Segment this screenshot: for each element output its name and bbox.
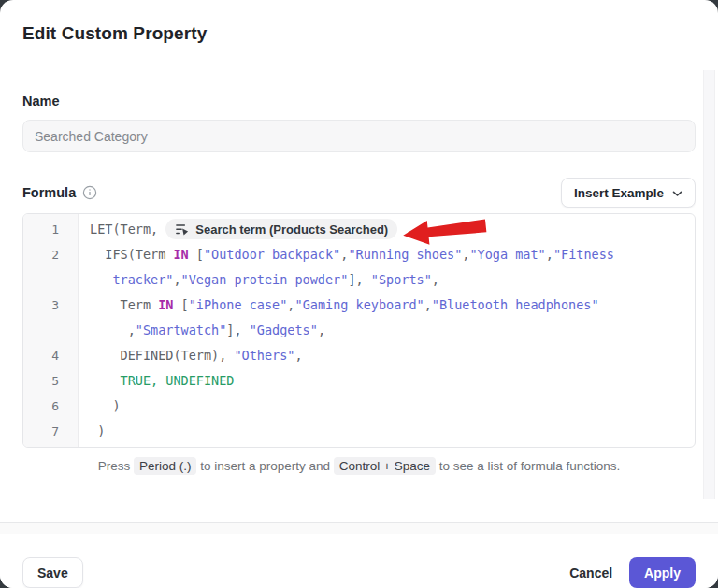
code-token: [ (189, 247, 204, 262)
info-circle-icon (82, 185, 97, 200)
code-token: "Outdoor backpack" (204, 247, 340, 262)
formula-header-row: Formula Insert Example (22, 178, 696, 208)
code-text: LET(Term, (90, 222, 165, 237)
code-row: IFS(Term IN ["Outdoor backpack","Running… (90, 242, 695, 267)
code-token: "Gadgets" (250, 323, 318, 337)
code-token: [ (173, 297, 188, 312)
code-token: Term (90, 297, 158, 312)
code-token: IN (158, 297, 173, 312)
code-token: "Others" (234, 348, 294, 363)
line-number: 4 (23, 343, 78, 368)
code-row: ,"Smartwatch"], "Gadgets", (90, 318, 695, 343)
code-token: "Fitness (553, 247, 614, 262)
code-token: , (318, 323, 325, 337)
code-row: tracker","Vegan protein powder"], "Sport… (90, 267, 695, 293)
code-token: "Sports" (371, 272, 432, 287)
insert-example-button[interactable]: Insert Example (561, 178, 696, 208)
chevron-down-icon (672, 186, 682, 200)
line-number: 3 (23, 293, 78, 318)
name-input[interactable] (22, 120, 696, 152)
code-token (90, 373, 121, 388)
modal-footer: Save Cancel Apply (0, 534, 718, 588)
modal-body: Edit Custom Property Name Formula Insert… (0, 23, 718, 523)
edit-custom-property-modal: Edit Custom Property Name Formula Insert… (0, 0, 718, 588)
hint-text: Press (98, 459, 134, 473)
code-token: "Smartwatch" (136, 323, 227, 337)
line-number: 5 (23, 368, 78, 394)
cancel-button[interactable]: Cancel (560, 557, 622, 588)
formula-label: Formula (22, 186, 76, 200)
code-token: , (173, 272, 180, 287)
code-token: ], (226, 323, 249, 337)
line-number: 7 (23, 419, 78, 444)
code-token: "Bluetooth headphones" (432, 297, 599, 312)
code-row: DEFINED(Term), "Others", (90, 343, 695, 368)
code-token: , (546, 247, 553, 262)
code-token: tracker" (112, 272, 173, 287)
line-number (23, 318, 78, 343)
code-token: "Running shoes" (348, 247, 462, 262)
code-token: , (432, 272, 439, 287)
code-token: IN (173, 247, 188, 262)
insert-example-label: Insert Example (574, 186, 664, 200)
line-number: 1 (23, 217, 78, 242)
code-token: "Yoga mat" (469, 247, 545, 262)
code-token: ) (90, 398, 121, 413)
apply-button[interactable]: Apply (629, 557, 696, 588)
hint-text: to see a list of formula functions. (436, 459, 620, 473)
save-button[interactable]: Save (22, 557, 83, 588)
code-token: "iPhone case" (189, 297, 288, 312)
formula-editor[interactable]: 1234567 LET(Term, Search term (Products … (22, 213, 696, 448)
footer-divider-band (0, 523, 718, 534)
code-token: TRUE, UNDEFINED (121, 373, 235, 388)
hint-text: to insert a property and (196, 459, 333, 473)
code-token: ], (348, 272, 370, 287)
formula-hint: Press Period (.) to insert a property an… (0, 457, 718, 476)
code-token: "Gaming keyboard" (295, 297, 424, 312)
property-chip[interactable]: Search term (Products Searched) (165, 219, 397, 239)
code-row: ) (90, 394, 695, 419)
code-text: , (397, 222, 412, 237)
line-number (23, 267, 78, 293)
line-number: 2 (23, 242, 78, 267)
search-term-property-icon (175, 222, 189, 237)
scrollbar[interactable] (703, 70, 715, 499)
code-token: , (90, 323, 136, 337)
code-row: LET(Term, Search term (Products Searched… (90, 217, 695, 242)
kbd-period: Period (.) (134, 457, 197, 475)
kbd-control-space: Control + Space (334, 457, 436, 475)
code-row: Term IN ["iPhone case","Gaming keyboard"… (90, 293, 695, 318)
code-area[interactable]: LET(Term, Search term (Products Searched… (79, 214, 695, 447)
code-token: , (294, 348, 302, 363)
code-token: , (287, 297, 294, 312)
footer-right-group: Cancel Apply (560, 557, 696, 588)
code-row: TRUE, UNDEFINED (90, 368, 695, 394)
page-title: Edit Custom Property (22, 23, 696, 44)
name-label: Name (22, 94, 696, 108)
code-token: "Vegan protein powder" (181, 272, 349, 287)
code-token: ) (90, 423, 105, 438)
code-token (90, 272, 112, 287)
line-number: 6 (23, 394, 78, 419)
code-token: , (424, 297, 432, 312)
code-row: ) (90, 419, 695, 444)
code-token: DEFINED(Term), (90, 348, 234, 363)
line-number-gutter: 1234567 (23, 214, 79, 447)
code-token: IFS(Term (90, 247, 173, 262)
property-chip-label: Search term (Products Searched) (195, 217, 388, 242)
